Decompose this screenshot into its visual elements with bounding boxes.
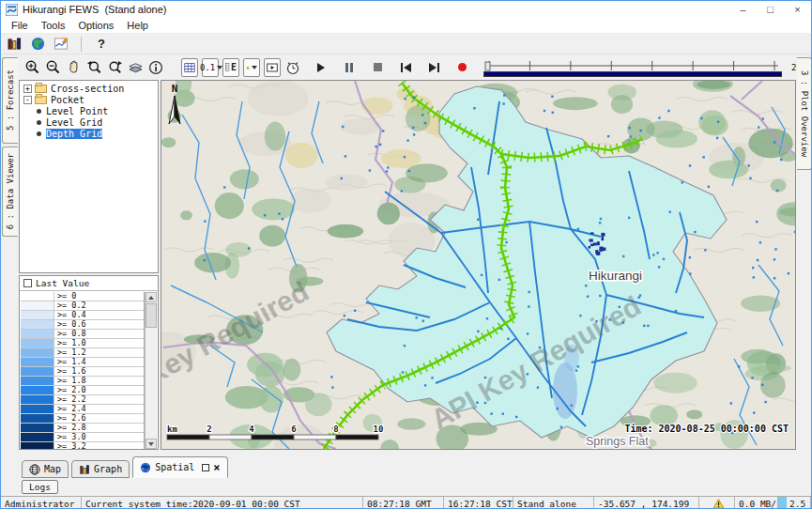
tree-item-cross-section[interactable]: +Cross-section [20, 83, 158, 94]
legend-value-label: >= 2.0 [54, 386, 86, 394]
main-toolbar: ? [1, 34, 811, 54]
map-display-button[interactable] [29, 35, 46, 54]
legend-value-label: >= 1.4 [54, 358, 86, 366]
legend-color-swatch [21, 358, 54, 366]
stop-button[interactable] [369, 58, 386, 77]
menu-file[interactable]: File [5, 20, 35, 31]
threshold-dropdown[interactable]: 0.1 [202, 58, 219, 77]
menu-bar: FileToolsOptionsHelp [1, 18, 811, 34]
animation-button[interactable] [264, 58, 281, 77]
tree-item-depth-grid[interactable]: Depth Grid [20, 128, 158, 139]
tab-spatial[interactable]: Spatial× [132, 456, 227, 478]
scale-tick-label: 4 [249, 424, 254, 434]
stop-icon [374, 63, 382, 71]
chevron-down-icon [252, 66, 257, 69]
close-button[interactable]: × [784, 1, 811, 18]
legend-scrollbar[interactable] [145, 292, 157, 449]
status-mode: Stand alone [513, 497, 594, 509]
zoom-next-button[interactable] [106, 58, 123, 77]
timer-button[interactable] [284, 58, 301, 77]
map-view[interactable]: API Key Required API Key Required Hikura… [161, 80, 796, 450]
last-value-option[interactable]: Last Value [20, 276, 158, 291]
tree-item-pocket[interactable]: -Pocket [20, 94, 158, 105]
last-value-label: Last Value [36, 278, 89, 288]
legend-color-swatch [21, 330, 54, 338]
layers-button[interactable] [127, 58, 144, 77]
timeseries-chart-icon [54, 37, 69, 51]
legend-color-swatch [21, 339, 54, 347]
time-slider[interactable] [483, 58, 782, 77]
warning-icon[interactable] [712, 499, 725, 509]
info-icon [148, 60, 163, 75]
legend-panel: Last Value >= 0>= 0.2>= 0.4>= 0.6>= 0.8>… [19, 275, 159, 450]
archive-icon [7, 37, 23, 51]
minimize-button[interactable]: – [729, 1, 757, 18]
tab-plot-overview[interactable]: 3 : Plot Overview [797, 57, 812, 170]
tab-graph[interactable]: Graph [71, 460, 130, 478]
skip-to-start-button[interactable] [397, 58, 414, 77]
legend-color-swatch [21, 311, 54, 319]
menu-options[interactable]: Options [71, 20, 120, 31]
vertical-profile-button[interactable]: E [222, 58, 239, 77]
play-button[interactable] [313, 58, 329, 77]
zoom-out-button[interactable] [44, 58, 61, 77]
pan-button[interactable] [65, 58, 82, 77]
pause-button[interactable] [341, 58, 358, 77]
timeseries-dialog-button[interactable] [53, 35, 69, 54]
title-bar: Hikurangi FEWS (Stand alone) – □ × [1, 1, 811, 18]
toolbar-separator [81, 37, 82, 52]
warning-icon [246, 61, 250, 74]
play-icon [317, 63, 325, 72]
menu-tools[interactable]: Tools [35, 20, 72, 31]
scrollbar-thumb[interactable] [146, 303, 157, 328]
archive-button[interactable] [6, 35, 23, 54]
globe-grid-icon [29, 464, 40, 475]
tree-item-level-point[interactable]: Level Point [20, 105, 158, 116]
expander-icon[interactable]: - [23, 96, 32, 104]
place-label-springs-flat: Springs Flat [586, 435, 649, 448]
scroll-up-icon[interactable] [146, 292, 157, 302]
last-value-checkbox[interactable] [23, 279, 32, 287]
legend-value-label: >= 3.0 [54, 433, 86, 441]
legend-color-swatch [21, 367, 54, 376]
legend-color-swatch [21, 377, 54, 385]
record-button[interactable] [453, 58, 470, 77]
logs-button[interactable]: Logs [22, 480, 58, 494]
skip-end-icon [429, 63, 437, 72]
info-button[interactable] [147, 58, 164, 77]
tree-item-level-grid[interactable]: Level Grid [20, 116, 158, 128]
legend-color-swatch [21, 320, 54, 329]
svg-text:N: N [172, 83, 178, 95]
time-slider-track[interactable] [483, 58, 782, 71]
expander-icon[interactable]: + [23, 85, 32, 93]
menu-help[interactable]: Help [120, 20, 155, 31]
globe-icon [31, 37, 45, 51]
status-user: Administrator [1, 497, 82, 509]
legend-value-label: >= 1.8 [54, 377, 86, 385]
skip-to-end-button[interactable] [425, 58, 442, 77]
help-button[interactable]: ? [93, 35, 110, 54]
legend-value-label: >= 2.6 [54, 414, 86, 423]
tab-data-viewer[interactable]: 6 : Data Viewer [2, 147, 18, 237]
warning-dropdown[interactable] [243, 58, 260, 77]
status-bar: AdministratorCurrent system time:2020-09… [1, 496, 811, 509]
tab-forecast[interactable]: 5 : Forecast [2, 57, 18, 144]
zoom-previous-button[interactable] [85, 58, 102, 77]
legend-color-swatch [21, 424, 54, 432]
legend-value-label: >= 2.8 [54, 424, 86, 432]
legend-value-label: >= 0.2 [54, 301, 86, 310]
memory-usage-bar [778, 497, 787, 509]
scroll-down-icon[interactable] [146, 439, 157, 449]
grid-display-button[interactable] [181, 58, 198, 77]
zoom-in-button[interactable] [23, 58, 40, 77]
legend-color-swatch [21, 292, 54, 301]
pan-hand-icon [66, 59, 82, 75]
close-pane-icon[interactable]: × [213, 463, 220, 472]
tab-map[interactable]: Map [22, 460, 69, 478]
legend-value-label: >= 0.8 [54, 330, 86, 338]
maximize-pane-icon[interactable] [202, 464, 209, 471]
folder-icon [35, 85, 47, 93]
maximize-button[interactable]: □ [757, 1, 784, 18]
zoom-next-icon [107, 59, 123, 75]
legend-color-swatch [21, 433, 54, 441]
